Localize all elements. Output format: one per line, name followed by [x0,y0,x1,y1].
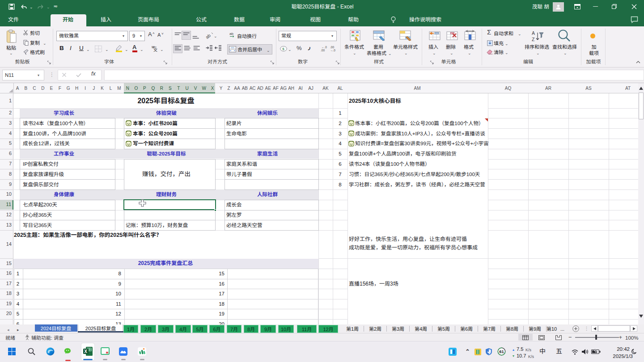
svg-text:←.0: ←.0 [322,46,327,49]
svg-text:文: 文 [153,48,157,52]
svg-text:.00: .00 [330,46,334,49]
svg-text:X: X [84,349,87,354]
svg-text:ab: ab [206,33,212,39]
svg-text:61: 61 [499,349,504,354]
svg-text:.00: .00 [321,49,325,52]
svg-text:A: A [532,30,535,36]
svg-text:Z: Z [532,37,535,42]
svg-text:$: $ [282,47,284,51]
svg-text:ab: ab [229,32,233,36]
svg-text:→.0: →.0 [330,49,335,52]
